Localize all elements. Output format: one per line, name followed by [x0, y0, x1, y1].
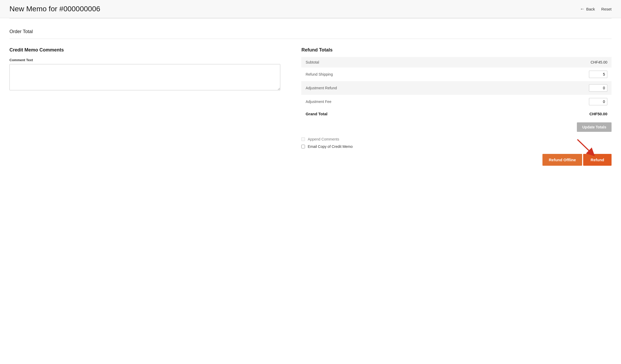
- refund-totals-title: Refund Totals: [301, 47, 612, 53]
- subtotal-value: CHF45.00: [487, 57, 612, 67]
- adjustment-refund-label: Adjustment Refund: [301, 81, 487, 95]
- table-row: Adjustment Refund: [301, 81, 612, 95]
- update-totals-row: Update Totals: [301, 122, 612, 132]
- grand-total-label: Grand Total: [301, 108, 487, 119]
- adjustment-fee-label: Adjustment Fee: [301, 95, 487, 108]
- append-comments-item: Append Comments: [301, 137, 612, 141]
- table-row: Subtotal CHF45.00: [301, 57, 612, 67]
- adjustment-fee-input[interactable]: [589, 98, 607, 105]
- order-total-section-title: Order Total: [9, 29, 612, 34]
- back-arrow-icon: ←: [580, 6, 584, 12]
- section-divider: [9, 39, 612, 39]
- page-header: New Memo for #000000006 ← Back Reset: [0, 0, 621, 18]
- adjustment-fee-value-cell: [487, 95, 612, 108]
- reset-link[interactable]: Reset: [601, 7, 612, 11]
- adjustment-refund-value-cell: [487, 81, 612, 95]
- refund-button[interactable]: Refund: [583, 154, 612, 166]
- page-wrapper: New Memo for #000000006 ← Back Reset Ord…: [0, 0, 621, 364]
- subtotal-label: Subtotal: [301, 57, 487, 67]
- reset-label: Reset: [601, 7, 612, 11]
- right-col: Refund Totals Subtotal CHF45.00 Refund S…: [301, 47, 612, 166]
- two-col-layout: Credit Memo Comments Comment Text Refund…: [9, 47, 612, 166]
- update-totals-button[interactable]: Update Totals: [577, 122, 612, 132]
- grand-total-value: CHF50.00: [487, 108, 612, 119]
- email-copy-label: Email Copy of Credit Memo: [308, 144, 353, 149]
- bottom-actions: Refund Offline Refund: [301, 154, 612, 166]
- comment-textarea[interactable]: [9, 64, 280, 90]
- append-comments-checkbox[interactable]: [301, 137, 305, 141]
- email-copy-checkbox[interactable]: [301, 145, 305, 148]
- table-row: Adjustment Fee: [301, 95, 612, 108]
- email-copy-item: Email Copy of Credit Memo: [301, 144, 612, 149]
- page-content: Order Total Credit Memo Comments Comment…: [0, 18, 621, 176]
- grand-total-row: Grand Total CHF50.00: [301, 108, 612, 119]
- adjustment-refund-input[interactable]: [589, 84, 607, 92]
- totals-table: Subtotal CHF45.00 Refund Shipping: [301, 57, 612, 119]
- left-col: Credit Memo Comments Comment Text: [9, 47, 280, 91]
- back-label: Back: [586, 7, 595, 11]
- page-title: New Memo for #000000006: [9, 5, 100, 13]
- comments-title: Credit Memo Comments: [9, 47, 280, 53]
- append-comments-label: Append Comments: [308, 137, 339, 141]
- checkbox-group: Append Comments Email Copy of Credit Mem…: [301, 137, 612, 149]
- header-actions: ← Back Reset: [580, 6, 612, 12]
- refund-shipping-value-cell: [487, 67, 612, 81]
- refund-offline-button[interactable]: Refund Offline: [542, 154, 582, 166]
- table-row: Refund Shipping: [301, 67, 612, 81]
- comment-text-label: Comment Text: [9, 58, 280, 62]
- refund-shipping-input[interactable]: [589, 71, 607, 78]
- refund-shipping-label: Refund Shipping: [301, 67, 487, 81]
- back-link[interactable]: ← Back: [580, 6, 595, 12]
